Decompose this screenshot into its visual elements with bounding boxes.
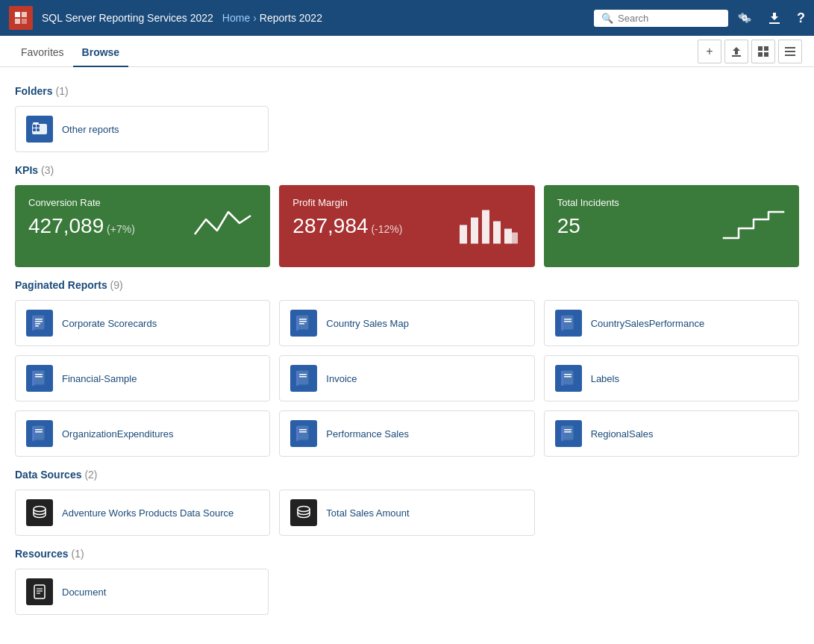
kpi-chart-steps <box>720 204 787 248</box>
list-item[interactable]: Labels <box>544 355 799 401</box>
settings-icon[interactable] <box>737 10 752 25</box>
list-item[interactable]: Corporate Scorecards <box>15 300 270 346</box>
header-actions: ? <box>737 10 805 26</box>
tile-view-button[interactable] <box>751 40 775 63</box>
svg-rect-2 <box>15 19 20 24</box>
svg-rect-10 <box>785 54 795 56</box>
paginated-reports-grid: Corporate Scorecards Country Sales Map <box>15 300 799 457</box>
resources-section-header: Resources (1) <box>15 548 799 560</box>
svg-rect-43 <box>299 374 307 375</box>
svg-point-62 <box>34 507 46 512</box>
new-item-button[interactable]: + <box>698 40 721 63</box>
app-logo <box>9 6 33 30</box>
svg-rect-42 <box>298 371 308 384</box>
svg-rect-56 <box>299 431 307 433</box>
svg-rect-45 <box>296 371 298 386</box>
report-label: OrganizationExpenditures <box>62 428 174 440</box>
list-item[interactable]: Country Sales Map <box>279 300 534 346</box>
svg-rect-4 <box>758 46 763 51</box>
svg-rect-13 <box>33 125 36 128</box>
tabs-bar: Favorites Browse + <box>0 36 814 67</box>
list-item[interactable]: OrganizationExpenditures <box>15 410 270 457</box>
datasource-label: Total Sales Amount <box>326 507 409 519</box>
svg-rect-38 <box>34 371 44 384</box>
search-icon: 🔍 <box>601 13 613 24</box>
kpi-conversion-rate[interactable]: Conversion Rate 427,089 (+7%) <box>15 185 270 267</box>
kpi-chart-line <box>191 204 258 248</box>
list-item[interactable]: Document <box>15 569 269 615</box>
kpis-grid: Conversion Rate 427,089 (+7%) Profit Mar… <box>15 185 799 267</box>
report-label: Country Sales Map <box>326 318 409 329</box>
svg-rect-49 <box>561 371 563 386</box>
svg-rect-54 <box>298 426 308 440</box>
datasources-grid: Adventure Works Products Data Source Tot… <box>15 490 799 536</box>
svg-rect-61 <box>561 426 563 441</box>
list-item[interactable]: Other reports <box>15 106 269 152</box>
report-label: Financial-Sample <box>62 373 137 384</box>
list-item[interactable]: Adventure Works Products Data Source <box>15 490 270 536</box>
svg-rect-6 <box>758 52 763 57</box>
folders-count: (1) <box>55 85 68 97</box>
list-item[interactable]: Invoice <box>279 355 534 401</box>
svg-rect-36 <box>564 321 572 322</box>
svg-rect-11 <box>33 122 39 124</box>
kpi-profit-margin[interactable]: Profit Margin 287,984 (-12%) <box>279 185 534 267</box>
svg-rect-37 <box>561 316 563 331</box>
svg-rect-58 <box>563 426 573 440</box>
download-icon[interactable] <box>767 10 782 25</box>
svg-rect-50 <box>34 426 44 440</box>
datasources-label: Data Sources <box>15 469 81 481</box>
kpi-value: 287,984 <box>292 214 368 237</box>
search-input[interactable] <box>618 13 721 24</box>
paginated-label: Paginated Reports <box>15 279 107 291</box>
breadcrumb-separator: › <box>253 12 257 24</box>
resources-count: (1) <box>71 548 84 560</box>
svg-rect-25 <box>35 321 43 322</box>
report-label: RegionalSales <box>591 428 654 440</box>
svg-rect-46 <box>563 371 573 384</box>
svg-rect-26 <box>35 323 40 325</box>
app-title: SQL Server Reporting Services 2022 <box>42 12 213 24</box>
report-icon <box>555 420 582 447</box>
svg-rect-3 <box>22 19 27 24</box>
help-icon[interactable]: ? <box>797 10 805 26</box>
folder-icon <box>26 116 53 143</box>
report-icon <box>26 310 53 337</box>
svg-rect-17 <box>460 225 467 244</box>
breadcrumb-current: Reports 2022 <box>260 12 322 24</box>
upload-button[interactable] <box>724 40 748 63</box>
kpi-total-incidents[interactable]: Total Incidents 25 <box>544 185 799 267</box>
svg-rect-55 <box>299 429 307 431</box>
svg-rect-16 <box>37 128 40 131</box>
tab-favorites[interactable]: Favorites <box>12 36 73 67</box>
list-item[interactable]: Performance Sales <box>279 410 534 457</box>
detail-view-button[interactable] <box>778 40 802 63</box>
datasource-label: Adventure Works Products Data Source <box>62 507 234 519</box>
list-item[interactable]: Financial-Sample <box>15 355 270 401</box>
report-icon <box>26 365 53 392</box>
svg-rect-34 <box>563 316 573 329</box>
folders-grid: Other reports <box>15 106 799 152</box>
resources-grid: Document <box>15 569 799 615</box>
datasources-section-header: Data Sources (2) <box>15 469 799 481</box>
resource-label: Document <box>62 587 106 598</box>
svg-rect-20 <box>493 222 501 244</box>
list-item[interactable]: CountrySalesPerformance <box>544 300 799 346</box>
list-item[interactable]: RegionalSales <box>544 410 799 457</box>
paginated-count: (9) <box>110 279 123 291</box>
svg-rect-27 <box>35 325 39 327</box>
svg-rect-18 <box>471 218 478 244</box>
resources-label: Resources <box>15 548 69 560</box>
tab-browse[interactable]: Browse <box>73 36 129 67</box>
svg-rect-44 <box>299 376 307 378</box>
datasource-icon <box>290 499 317 526</box>
list-item[interactable]: Total Sales Amount <box>279 490 534 536</box>
svg-rect-24 <box>35 319 43 320</box>
breadcrumb-home[interactable]: Home <box>222 12 250 24</box>
svg-rect-33 <box>296 316 298 331</box>
svg-rect-57 <box>296 426 298 441</box>
search-box[interactable]: 🔍 <box>594 10 728 27</box>
svg-rect-39 <box>35 374 43 375</box>
header: SQL Server Reporting Services 2022 Home … <box>0 0 814 36</box>
svg-rect-14 <box>37 125 40 128</box>
